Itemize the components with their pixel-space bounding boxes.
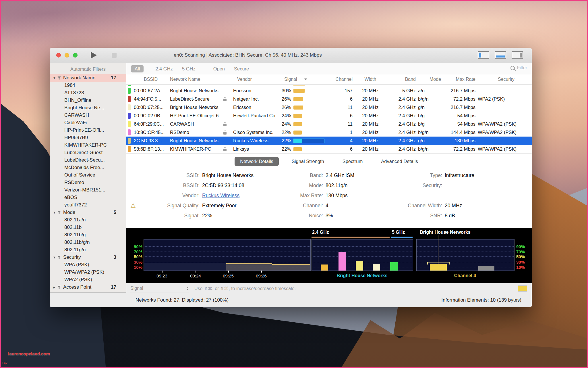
sidebar-group-network-name[interactable]: ▼Network Name17 <box>50 74 126 82</box>
scope-5-ghz[interactable]: 5 GHz <box>178 65 199 72</box>
information-elements-status: Information Elements: 10 (139 bytes) <box>441 297 521 303</box>
band-label-2-4ghz: 2.4 GHz <box>312 230 329 235</box>
sidebar-item-wpa-wpa2-psk[interactable]: WPA/WPA2 (PSK) <box>50 269 126 276</box>
sidebar-group-mode[interactable]: ▼Mode5 <box>50 209 126 216</box>
color-swatch-button[interactable] <box>518 285 527 292</box>
column-header-max-rate[interactable]: Max Rate <box>442 77 475 82</box>
metric-selector[interactable]: Signal <box>130 285 189 292</box>
band-underline-2-4ghz <box>312 237 390 238</box>
minimize-button[interactable] <box>65 53 69 57</box>
sidebar-group-access-point[interactable]: ▶Access Point17 <box>50 283 126 291</box>
network-annotation-label: Bright House Networks <box>420 230 471 235</box>
table-row-44-94-fc-5[interactable]: 44:94:FC:5...LubeDirect-SecureNetgear In… <box>126 95 532 103</box>
x-axis-label: 09:24 <box>190 273 201 278</box>
disclosure-triangle-icon[interactable]: ▼ <box>53 211 57 214</box>
toggle-right-pane-icon[interactable] <box>512 51 523 59</box>
column-header-band[interactable]: Band <box>388 77 416 82</box>
disclosure-triangle-icon[interactable]: ▶ <box>53 285 57 289</box>
mode-value: 802.11g/n <box>326 183 348 189</box>
sidebar-item-carwash[interactable]: CARWASH <box>50 112 126 119</box>
sidebar-item-lubedirect-secu[interactable]: LubeDirect-Secu... <box>50 156 126 164</box>
column-header-bssid[interactable]: BSSID <box>134 77 168 82</box>
sidebar-item-kimwhitaker-pc[interactable]: KIMWHITAKER-PC <box>50 141 126 149</box>
signal-percent-cell: 30% <box>278 88 291 93</box>
filter-search-field[interactable]: Filter <box>510 65 527 70</box>
tab-advanced-details[interactable]: Advanced Details <box>376 157 423 166</box>
sidebar-item-802-11b-g-n[interactable]: 802.11b/g/n <box>50 239 126 246</box>
table-row-partial <box>126 85 532 87</box>
sidebar-item-802-11b-g[interactable]: 802.11b/g <box>50 231 126 239</box>
column-header-signal[interactable]: Signal <box>278 77 331 82</box>
sidebar-item-cablewifi[interactable]: CableWiFi <box>50 119 126 126</box>
column-header-width[interactable]: Width <box>355 77 386 82</box>
table-row-00-0d-67-25[interactable]: 00:0D:67:25...Bright House NetworksErics… <box>126 103 532 112</box>
scope-open[interactable]: Open <box>210 65 229 72</box>
sidebar-item-rsdemo[interactable]: RSDemo <box>50 179 126 186</box>
sidebar-item-802-11g-n[interactable]: 802.11g/n <box>50 246 126 254</box>
sidebar-item-att8723[interactable]: ATT8723 <box>50 89 126 97</box>
signal-percent-cell: 22% <box>278 146 291 152</box>
color-chip <box>128 88 131 94</box>
sidebar-item-hp0697b9[interactable]: HP0697B9 <box>50 134 126 141</box>
gridline <box>312 252 413 252</box>
band-cell: 5 GHz <box>388 88 416 93</box>
disclosure-triangle-icon[interactable]: ▼ <box>53 76 57 80</box>
sidebar-item-hp-print-ee-offi[interactable]: HP-Print-EE-Offi... <box>50 126 126 134</box>
sidebar-item-label: youfit7372 <box>64 202 87 208</box>
sidebar-item-out-of-service[interactable]: Out of Service <box>50 171 126 179</box>
signal-bar <box>293 89 305 93</box>
toggle-sidebar-icon[interactable] <box>478 51 489 59</box>
sidebar-item-mcdonalds-free[interactable]: McDonalds Free... <box>50 164 126 171</box>
signal-bar <box>293 114 302 118</box>
sidebar-item-youfit7372[interactable]: youfit7372 <box>50 201 126 209</box>
lock-icon <box>223 132 227 135</box>
sidebar-item-802-11a-n[interactable]: 802.11a/n <box>50 216 126 224</box>
table-row-2c-5d-93-3[interactable]: 2C:5D:93:3...Bright House NetworksRuckus… <box>126 137 532 145</box>
tab-network-details[interactable]: Network Details <box>235 157 279 166</box>
y-axis-label: 70% <box>516 249 530 254</box>
stop-scan-icon[interactable] <box>112 53 117 58</box>
zoom-button[interactable] <box>73 53 78 57</box>
sidebar-item-wpa2-psk[interactable]: WPA2 (PSK) <box>50 276 126 283</box>
start-scan-icon[interactable] <box>91 52 97 59</box>
scope-all[interactable]: All <box>131 65 144 72</box>
tab-signal-strength[interactable]: Signal Strength <box>286 157 330 166</box>
table-row-58-6d-8f-13[interactable]: 58:6D:8F:13...KIMWHITAKER-PCLinksys22%62… <box>126 145 532 153</box>
sidebar-item-bright-house-ne[interactable]: Bright House Ne... <box>50 104 126 112</box>
column-header-network-name[interactable]: Network Name <box>170 77 221 82</box>
sidebar-item-802-11b[interactable]: 802.11b <box>50 224 126 231</box>
sidebar-item-label: KIMWHITAKER-PC <box>64 142 107 148</box>
sidebar-item-1984[interactable]: 1984 <box>50 82 126 89</box>
sidebar-item-verizon-mbr151[interactable]: Verizon-MBR151... <box>50 186 126 194</box>
sidebar-item-lubedirect-guest[interactable]: LubeDirect-Guest <box>50 149 126 156</box>
stepper-icon <box>186 287 189 290</box>
column-header-vendor[interactable]: Vendor <box>233 77 276 82</box>
sidebar-item-ebos[interactable]: eBOS <box>50 194 126 201</box>
bssid-cell: 2C:5D:93:3... <box>134 138 168 143</box>
disclosure-triangle-icon[interactable]: ▼ <box>53 256 57 259</box>
sidebar-group-security[interactable]: ▼Security3 <box>50 254 126 261</box>
scope-secure[interactable]: Secure <box>230 65 253 72</box>
column-header-channel[interactable]: Channel <box>333 77 353 82</box>
close-button[interactable] <box>56 53 61 57</box>
filter-funnel-icon <box>57 211 61 214</box>
column-header-mode[interactable]: Mode <box>418 77 439 82</box>
band-cell: 2.4 GHz <box>388 146 416 152</box>
mode-cell: a/n <box>418 88 439 93</box>
channel-value: 4 <box>326 203 328 209</box>
column-header-security[interactable]: Security <box>478 77 527 82</box>
table-row-00-0d-67-2a[interactable]: 00:0D:67:2A...Bright House NetworksErics… <box>126 87 532 95</box>
vendor-link[interactable]: Ruckus Wireless <box>202 193 239 199</box>
table-row-10-8c-cf-45[interactable]: 10:8C:CF:45...RSDemoCisco Systems Inc.22… <box>126 128 532 137</box>
table-row-00-9c-02-0b[interactable]: 00:9C:02:0B...HP-Print-EE-Officejet 6...… <box>126 112 532 120</box>
sidebar-item-bhn-offline[interactable]: BHN_Offline <box>50 97 126 104</box>
max-rate-cell: 72.2 Mbps <box>442 96 475 102</box>
band-cell: 2.4 GHz <box>388 105 416 110</box>
scope-2-4-ghz[interactable]: 2.4 GHz <box>152 65 177 72</box>
table-row-64-0f-29-0c[interactable]: 64:0F:29:0C...CARWASH24%1120 MHz2.4 GHzb… <box>126 120 532 128</box>
scope-bar-container: All2.4 GHz5 GHzOpenSecure Filter <box>126 63 532 74</box>
tab-spectrum[interactable]: Spectrum <box>337 157 368 166</box>
gridline <box>144 262 310 262</box>
toggle-bottom-pane-icon[interactable] <box>495 51 506 59</box>
sidebar-item-wpa-psk[interactable]: WPA (PSK) <box>50 261 126 269</box>
